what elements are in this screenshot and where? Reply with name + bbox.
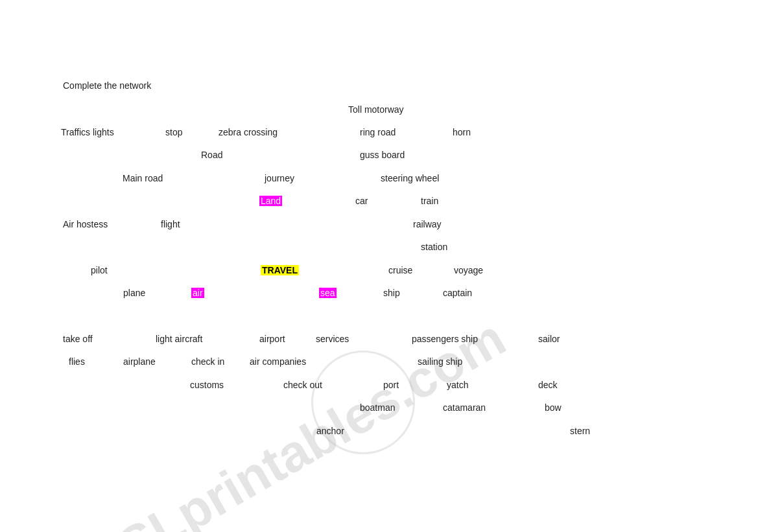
air-companies: air companies [250, 356, 306, 367]
passengers-ship: passengers ship [412, 334, 478, 344]
air-hostess: Air hostess [63, 219, 108, 229]
yatch: yatch [447, 380, 468, 390]
zebra-crossing: zebra crossing [219, 127, 278, 137]
bow: bow [545, 402, 562, 413]
cruise: cruise [388, 265, 412, 275]
services: services [316, 334, 349, 344]
light-aircraft: light aircraft [156, 334, 202, 344]
horn: horn [453, 127, 471, 137]
car: car [355, 196, 368, 206]
check-out: check out [283, 380, 322, 390]
steering-wheel: steering wheel [381, 173, 439, 183]
anchor: anchor [316, 426, 344, 436]
stern: stern [570, 426, 590, 436]
page: ZSLprintables.com Complete the networkTo… [0, 0, 758, 532]
check-in: check in [191, 356, 224, 367]
train: train [421, 196, 438, 206]
airplane: airplane [123, 356, 156, 367]
sea: sea [319, 288, 337, 298]
sailor: sailor [538, 334, 560, 344]
main-road: Main road [123, 173, 163, 183]
deck: deck [538, 380, 558, 390]
pilot: pilot [91, 265, 108, 275]
railway-station: station [421, 242, 447, 252]
road: Road [201, 150, 222, 160]
guss-board: guss board [360, 150, 405, 160]
ring-road: ring road [360, 127, 396, 137]
flight: flight [161, 219, 180, 229]
railway: railway [413, 219, 442, 229]
journey: journey [265, 173, 294, 183]
take-off: take off [63, 334, 93, 344]
port: port [383, 380, 399, 390]
stop: stop [165, 127, 182, 137]
land: Land [259, 196, 282, 206]
instruction: Complete the network [63, 80, 151, 91]
travel: TRAVEL [261, 265, 299, 275]
sailing-ship: sailing ship [418, 356, 462, 367]
voyage: voyage [454, 265, 483, 275]
captain: captain [443, 288, 472, 298]
airport: airport [259, 334, 285, 344]
boatman: boatman [360, 402, 395, 413]
catamaran: catamaran [443, 402, 486, 413]
plane: plane [123, 288, 145, 298]
air: air [191, 288, 204, 298]
toll-motorway: Toll motorway [348, 104, 404, 115]
traffics-lights: Traffics lights [61, 127, 114, 137]
customs: customs [190, 380, 224, 390]
flies: flies [69, 356, 85, 367]
ship: ship [383, 288, 400, 298]
